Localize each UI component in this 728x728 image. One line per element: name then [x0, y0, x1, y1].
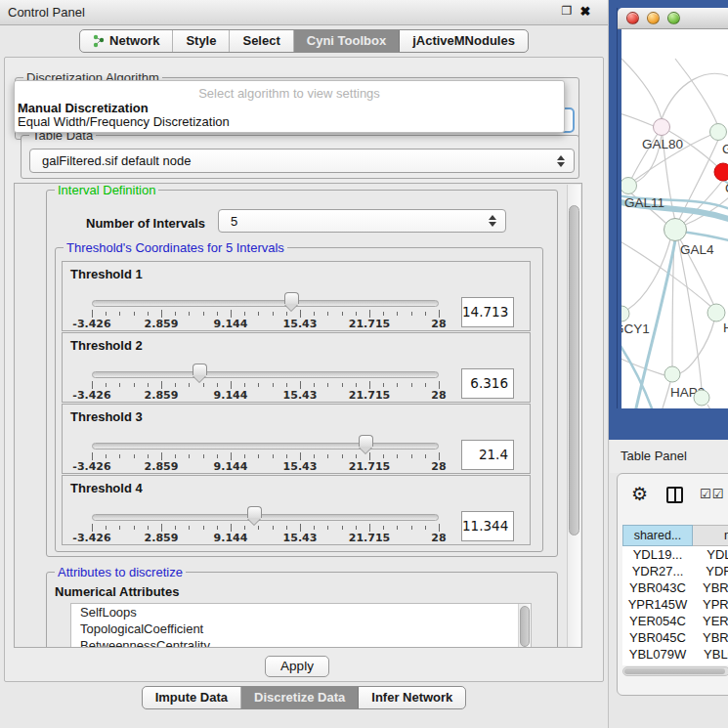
network-window-titlebar[interactable]	[618, 8, 728, 29]
threshold-value-field[interactable]: 6.316	[461, 368, 514, 399]
table-cell[interactable]: YDR2...	[693, 563, 728, 579]
network-edge[interactable]	[621, 112, 654, 126]
table-cell[interactable]: YDR27...	[622, 563, 693, 579]
network-node-gcy1[interactable]	[621, 306, 629, 321]
tab-impute-data-label: Impute Data	[155, 687, 228, 708]
network-node-gal80[interactable]	[654, 119, 670, 136]
number-of-intervals-combobox[interactable]: 5	[218, 209, 506, 233]
apply-button[interactable]: Apply	[265, 656, 329, 677]
slider-track[interactable]	[92, 514, 439, 521]
tab-row: Impute Data Discretize Data Infer Networ…	[142, 686, 467, 709]
network-node-gal11[interactable]	[621, 178, 637, 194]
slider-thumb[interactable]	[284, 292, 299, 311]
table-cell[interactable]: YBR043C	[622, 579, 693, 596]
table-cell[interactable]: YDL1...	[693, 546, 728, 563]
slider-track[interactable]	[92, 443, 439, 450]
table-cell[interactable]: YBL079W	[622, 646, 693, 663]
table-row[interactable]: YBL079WYBL07...	[622, 646, 728, 663]
network-node-ga[interactable]	[710, 124, 727, 141]
table-row[interactable]: YPR145WYPR14...	[622, 596, 728, 613]
network-node-h[interactable]	[707, 304, 725, 321]
algorithm-placeholder-option[interactable]: Select algorithm to view settings	[15, 86, 564, 101]
table-cell[interactable]: YBR04...	[693, 579, 728, 596]
network-node-gal4[interactable]	[664, 219, 687, 241]
table-cell[interactable]: YER05...	[693, 613, 728, 629]
tab-cyni-toolbox[interactable]: Cyni Toolbox	[294, 30, 400, 52]
thresholds-group: Threshold's Coordinates for 5 Intervals …	[55, 247, 543, 552]
slider-tick-labels: -3.4262.8599.14415.4321.71528	[92, 532, 439, 543]
slider-thumb[interactable]	[247, 506, 262, 525]
close-icon[interactable]: ✖	[578, 4, 592, 19]
table-cell[interactable]: YLR34...	[693, 663, 728, 665]
table-horizontal-scrollbar[interactable]	[622, 666, 728, 676]
table-cell[interactable]: YPR14...	[693, 596, 728, 613]
table-row[interactable]: YLR345WYLR34...	[622, 663, 728, 665]
tab-infer-network[interactable]: Infer Network	[359, 687, 465, 708]
table-row[interactable]: YBR045CYBR04...	[622, 629, 728, 646]
threshold-value-field[interactable]: 21.4	[461, 440, 514, 470]
table-cell[interactable]: YPR145W	[622, 596, 693, 613]
attribute-list-item[interactable]: BetweennessCentrality	[71, 637, 531, 648]
table-rows: YDL19...YDL1...YDR27...YDR2...YBR043CYBR…	[622, 546, 728, 665]
table-row[interactable]: YDR27...YDR2...	[622, 563, 728, 579]
column-header-shared-name[interactable]: shared...	[622, 525, 693, 546]
table-row[interactable]: YER054CYER05...	[622, 613, 728, 629]
scrollbar-thumb[interactable]	[624, 668, 725, 674]
tab-impute-data[interactable]: Impute Data	[143, 687, 241, 708]
slider-track[interactable]	[92, 371, 439, 378]
slider-track[interactable]	[92, 300, 439, 307]
tab-jactivemnodules-label: jActiveMNodules	[412, 30, 515, 52]
network-edge[interactable]	[621, 59, 662, 119]
threshold-value-field[interactable]: 14.713	[461, 297, 514, 327]
slider-thumb[interactable]	[193, 364, 207, 382]
thresholds-group-title: Threshold's Coordinates for 5 Intervals	[64, 240, 287, 255]
network-node-c[interactable]	[714, 163, 728, 181]
attributes-list-scrollbar[interactable]	[518, 604, 531, 648]
table-cell[interactable]: YBR045C	[622, 629, 693, 646]
threshold-value-field[interactable]: 11.344	[461, 511, 514, 541]
tab-jactivemnodules[interactable]: jActiveMNodules	[400, 30, 528, 52]
slider-thumb[interactable]	[359, 435, 373, 453]
scrollbar-thumb[interactable]	[520, 606, 530, 647]
checkboxes-icon[interactable]: ☑☑	[700, 487, 724, 501]
pane-vertical-scrollbar[interactable]	[567, 185, 580, 648]
table-data-combobox[interactable]: galFiltered.sif default node	[29, 149, 575, 173]
network-canvas[interactable]: GAL80GACGAL11GAL4GCY1HHAP2	[621, 29, 728, 408]
attribute-list-item[interactable]: TopologicalCoefficient	[71, 621, 531, 637]
network-edge[interactable]	[707, 405, 728, 408]
float-window-icon[interactable]: ❐	[560, 4, 574, 18]
window-close-traffic-light[interactable]	[626, 12, 639, 24]
table-row[interactable]: YDL19...YDL1...	[622, 546, 728, 563]
threshold-label: Threshold 1	[70, 267, 143, 281]
table-cell[interactable]: YBL07...	[693, 646, 728, 663]
network-edge[interactable]	[662, 73, 728, 119]
tab-discretize-data[interactable]: Discretize Data	[241, 687, 359, 708]
tab-select[interactable]: Select	[230, 30, 293, 52]
network-node-hap2[interactable]	[664, 366, 680, 382]
table-cell[interactable]: YDL19...	[622, 546, 693, 563]
table-cell[interactable]: YBR04...	[693, 629, 728, 646]
network-edge[interactable]	[678, 240, 702, 390]
numerical-attributes-list[interactable]: SelfLoopsTopologicalCoefficientBetweenne…	[70, 603, 532, 648]
window-zoom-traffic-light[interactable]	[667, 12, 680, 24]
network-edge[interactable]	[675, 59, 717, 124]
table-cell[interactable]: YLR345W	[622, 663, 693, 665]
columns-icon[interactable]	[666, 487, 683, 503]
algorithm-option-manual[interactable]: Manual Discretization	[18, 101, 149, 115]
window-minimize-traffic-light[interactable]	[647, 12, 660, 24]
table-row[interactable]: YBR043CYBR04...	[622, 579, 728, 596]
network-desktop-background: GAL80GACGAL11GAL4GCY1HHAP2	[609, 0, 728, 440]
slider-tick-labels: -3.4262.8599.14415.4321.71528	[92, 460, 439, 472]
network-node[interactable]	[694, 390, 709, 406]
gear-icon[interactable]: ⚙	[631, 485, 648, 503]
table-cell[interactable]: YER054C	[622, 613, 693, 629]
algorithm-option-equal-width[interactable]: Equal Width/Frequency Discretization	[18, 114, 230, 129]
tab-style[interactable]: Style	[173, 30, 230, 52]
network-edge[interactable]	[682, 232, 728, 242]
scrollbar-thumb[interactable]	[569, 205, 579, 535]
attribute-list-item[interactable]: SelfLoops	[71, 604, 531, 621]
threshold-label: Threshold 4	[70, 481, 143, 495]
column-header-name[interactable]: n	[693, 525, 728, 546]
network-edge[interactable]	[653, 382, 670, 408]
tab-network[interactable]: Network	[80, 30, 173, 52]
